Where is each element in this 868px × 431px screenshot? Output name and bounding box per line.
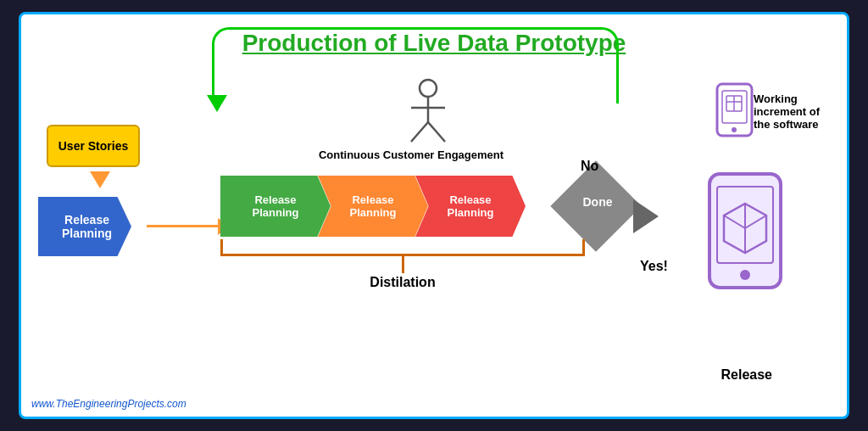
main-content: Continuous Customer Engagement User Stor… xyxy=(38,74,830,391)
working-increment-text: Working increment of the software xyxy=(754,92,821,131)
svg-line-4 xyxy=(428,122,445,142)
bracket-stem xyxy=(402,256,404,273)
website-label: www.TheEngineeringProjects.com xyxy=(31,398,186,410)
arrow-to-iterations xyxy=(147,225,221,227)
iterations-container: Release Planning Release Planning Releas… xyxy=(220,176,513,237)
distillation-area: Distilation xyxy=(220,239,585,290)
svg-point-7 xyxy=(732,127,737,132)
diagram-container: Production of Live Data Prototype Contin… xyxy=(19,12,849,419)
user-stories-arrow xyxy=(90,171,110,188)
phone-large xyxy=(707,171,783,290)
done-label: Done xyxy=(569,195,626,209)
iteration-3: Release Planning xyxy=(415,176,526,237)
phone-small xyxy=(715,82,754,137)
release-label: Release xyxy=(721,367,773,383)
distillation-label: Distilation xyxy=(220,275,585,290)
release-planning-blue: Release Planning xyxy=(38,197,148,256)
yes-label: Yes! xyxy=(640,259,668,274)
bracket-line xyxy=(220,239,585,256)
iteration-1: Release Planning xyxy=(220,176,331,237)
stick-figure xyxy=(403,78,453,146)
user-stories-box: User Stories xyxy=(47,125,140,167)
engagement-label: Continuous Customer Engagement xyxy=(284,148,538,161)
iteration-2: Release Planning xyxy=(318,176,428,237)
svg-point-13 xyxy=(740,270,750,280)
no-label: No xyxy=(581,159,598,174)
svg-point-0 xyxy=(420,80,437,97)
play-arrow xyxy=(633,199,659,233)
svg-line-3 xyxy=(411,122,428,142)
